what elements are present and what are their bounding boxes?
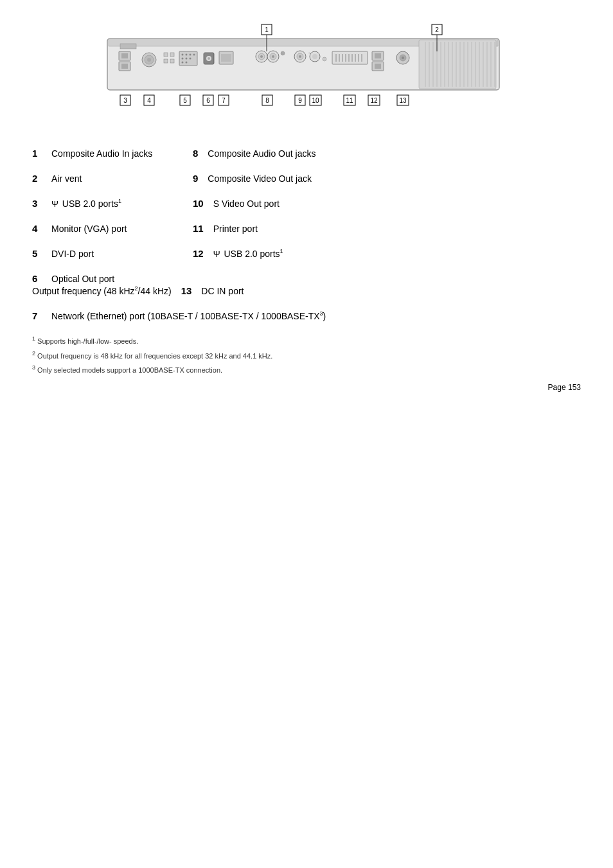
- page-number: Page 153: [548, 383, 581, 392]
- port-row-5: 5 DVI-D port 12 Ψ USB 2.0 ports1: [32, 248, 581, 259]
- footnote-1: 1 Supports high-/full-/low- speeds.: [32, 335, 581, 345]
- port-desc-11: Printer port: [213, 224, 258, 234]
- svg-text:10: 10: [312, 97, 319, 104]
- port-desc-6-freq: Output frequency (48 kHz2/44 kHz): [32, 285, 172, 296]
- port-desc-8: Composite Audio Out jacks: [208, 148, 315, 159]
- svg-text:13: 13: [399, 97, 407, 104]
- svg-rect-32: [221, 54, 231, 62]
- port-row-1: 1 Composite Audio In jacks 8 Composite A…: [32, 148, 581, 159]
- svg-rect-64: [419, 40, 496, 89]
- page-container: 1 2: [0, 0, 613, 405]
- svg-rect-6: [120, 44, 136, 49]
- svg-text:1: 1: [265, 26, 269, 33]
- svg-rect-10: [121, 64, 128, 69]
- footnote-sup-12-1: 1: [280, 248, 283, 254]
- port-desc-1: Composite Audio In jacks: [51, 148, 180, 159]
- port-desc-6: Optical Out port: [51, 274, 180, 284]
- svg-point-24: [186, 58, 188, 60]
- svg-point-35: [260, 55, 263, 58]
- svg-point-42: [299, 55, 301, 58]
- svg-rect-9: [121, 53, 128, 58]
- port-desc-7: Network (Ethernet) port (10BASE-T / 100B…: [51, 310, 326, 321]
- svg-point-45: [312, 54, 317, 59]
- svg-text:3: 3: [123, 97, 127, 104]
- svg-point-27: [186, 62, 188, 64]
- svg-rect-15: [170, 53, 174, 57]
- port-number-9: 9: [193, 173, 198, 184]
- svg-text:2: 2: [435, 26, 439, 33]
- svg-point-13: [147, 58, 151, 62]
- usb-icon-3: Ψ: [51, 199, 58, 209]
- port-number-7: 7: [32, 310, 51, 321]
- svg-point-38: [272, 55, 274, 58]
- port-desc-5: DVI-D port: [51, 249, 180, 259]
- port-desc-9: Composite Video Out jack: [208, 173, 312, 184]
- svg-text:6: 6: [206, 97, 210, 104]
- svg-rect-59: [375, 53, 381, 58]
- svg-point-63: [402, 57, 404, 59]
- port-number-2: 2: [32, 173, 51, 184]
- svg-rect-47: [332, 51, 368, 64]
- port-number-11: 11: [193, 223, 204, 234]
- svg-rect-17: [170, 59, 174, 63]
- svg-point-26: [182, 62, 184, 64]
- device-diagram: 1 2: [32, 19, 581, 128]
- port-number-10: 10: [193, 198, 204, 209]
- footnote-sup-3: 3: [32, 364, 35, 371]
- port-number-13: 13: [181, 285, 192, 296]
- svg-text:11: 11: [346, 97, 353, 104]
- svg-point-20: [186, 54, 188, 56]
- svg-point-30: [208, 57, 210, 60]
- port-desc-12: Ψ USB 2.0 ports1: [213, 248, 283, 259]
- usb-icon-12: Ψ: [213, 249, 220, 259]
- svg-rect-14: [164, 53, 168, 57]
- svg-text:9: 9: [298, 97, 302, 104]
- port-number-5: 5: [32, 248, 51, 259]
- port-desc-13: DC IN port: [201, 286, 244, 296]
- svg-text:8: 8: [265, 97, 269, 104]
- footnote-sup-2: 2: [32, 350, 35, 357]
- svg-rect-60: [375, 64, 381, 69]
- svg-text:7: 7: [222, 97, 226, 104]
- port-row-4: 4 Monitor (VGA) port 11 Printer port: [32, 223, 581, 234]
- port-number-6: 6: [32, 273, 51, 284]
- svg-rect-16: [164, 59, 168, 63]
- port-desc-2: Air vent: [51, 173, 180, 184]
- port-number-1: 1: [32, 148, 51, 159]
- footnote-3: 3 Only selected models support a 1000BAS…: [32, 364, 581, 374]
- svg-point-21: [190, 54, 191, 56]
- footnote-sup-1: 1: [32, 335, 35, 342]
- port-desc-4: Monitor (VGA) port: [51, 224, 180, 234]
- port-number-12: 12: [193, 248, 204, 259]
- port-desc-3: Ψ USB 2.0 ports1: [51, 198, 180, 209]
- svg-point-22: [193, 54, 195, 56]
- port-row-7: 7 Network (Ethernet) port (10BASE-T / 10…: [32, 310, 581, 321]
- svg-point-19: [182, 54, 184, 56]
- port-desc-10: S Video Out port: [213, 199, 280, 209]
- svg-point-25: [190, 58, 191, 60]
- port-number-4: 4: [32, 223, 51, 234]
- port-number-3: 3: [32, 198, 51, 209]
- footnote-sup-3-1: 1: [118, 198, 121, 204]
- svg-point-39: [281, 51, 285, 55]
- svg-point-46: [323, 57, 326, 61]
- svg-text:5: 5: [183, 97, 187, 104]
- port-row-6: 6 Optical Out port Output frequency (48 …: [32, 273, 581, 296]
- port-row-3: 3 Ψ USB 2.0 ports1 10 S Video Out port: [32, 198, 581, 209]
- svg-text:4: 4: [147, 97, 151, 104]
- port-row-2: 2 Air vent 9 Composite Video Out jack: [32, 173, 581, 184]
- svg-point-23: [182, 58, 184, 60]
- footnote-2: 2 Output frequency is 48 kHz for all fre…: [32, 350, 581, 360]
- svg-text:12: 12: [370, 97, 378, 104]
- port-labels: 1 Composite Audio In jacks 8 Composite A…: [32, 148, 581, 321]
- footnotes-section: 1 Supports high-/full-/low- speeds. 2 Ou…: [32, 335, 581, 374]
- port-number-8: 8: [193, 148, 198, 159]
